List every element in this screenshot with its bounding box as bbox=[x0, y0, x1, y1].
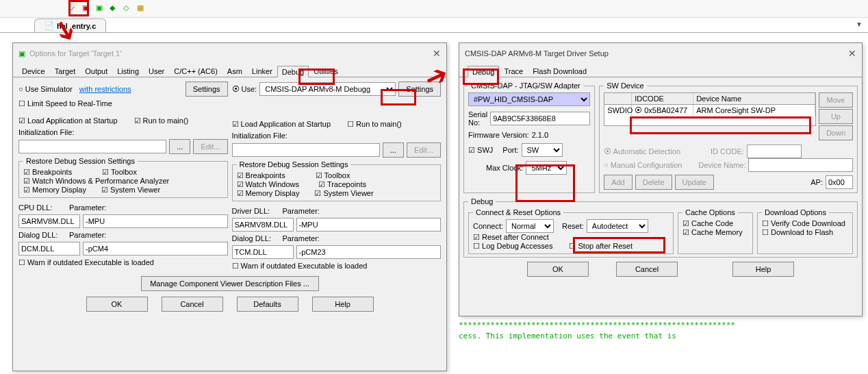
stop-after-check[interactable]: Stop after Reset bbox=[569, 242, 633, 251]
devname-value: ARM CoreSight SW-DP bbox=[693, 105, 815, 116]
memory-check-l[interactable]: Memory Display bbox=[23, 186, 86, 195]
tab-linker[interactable]: Linker bbox=[247, 65, 277, 77]
verify-check[interactable]: Verify Code Download bbox=[762, 219, 845, 227]
tab-device[interactable]: Device bbox=[17, 65, 50, 77]
use-simulator-radio[interactable]: Use Simulator bbox=[18, 85, 73, 93]
dlflash-check[interactable]: Download to Flash bbox=[762, 228, 833, 236]
load-app-check-r[interactable]: Load Application at Startup bbox=[232, 120, 331, 129]
diamond-icon[interactable]: ◆ bbox=[110, 3, 120, 14]
cpu-dll-input[interactable] bbox=[18, 214, 80, 228]
tab-asm[interactable]: Asm bbox=[222, 65, 247, 77]
init-file-input-r[interactable] bbox=[232, 143, 380, 157]
cache-mem-check[interactable]: Cache Memory bbox=[682, 228, 743, 236]
param-label-r1: Parameter: bbox=[283, 207, 320, 215]
reset-select[interactable]: Autodetect bbox=[587, 219, 648, 233]
dialog-dll-label-l: Dialog DLL: bbox=[18, 231, 66, 239]
diamond2-icon[interactable]: ◇ bbox=[123, 3, 134, 14]
tab-output[interactable]: Output bbox=[80, 65, 112, 77]
cancel-button2[interactable]: Cancel bbox=[616, 262, 678, 277]
init-file-label-l: Initialization File: bbox=[18, 128, 228, 136]
dl-icon[interactable]: ▣ bbox=[96, 3, 107, 14]
reset-after-check[interactable]: Reset after Connect bbox=[473, 233, 549, 242]
use-radio[interactable]: Use: bbox=[232, 85, 257, 93]
clock-select[interactable]: 5MHz bbox=[526, 161, 567, 175]
connect-label: Connect: bbox=[473, 222, 503, 230]
sysview-check-r[interactable]: System Viewer bbox=[314, 189, 373, 198]
watch-check-r[interactable]: Watch Windows bbox=[237, 180, 300, 189]
debugger-select[interactable]: CMSIS-DAP ARMv8-M Debugg bbox=[259, 82, 396, 96]
toolbox-check-l[interactable]: Toolbox bbox=[102, 168, 137, 177]
ok-button[interactable]: OK bbox=[86, 297, 148, 312]
watch-perf-check[interactable]: Watch Windows & Performance Analyzer bbox=[23, 177, 169, 186]
toolbox-check-r[interactable]: Toolbox bbox=[316, 171, 350, 180]
run-main-check-r[interactable]: Run to main() bbox=[347, 120, 402, 129]
limit-speed-check[interactable]: Limit Speed to Real-Time bbox=[18, 99, 112, 108]
delete-button: Delete bbox=[635, 175, 672, 190]
driver-tabstrip: Debug Trace Flash Download bbox=[459, 64, 862, 77]
close-icon[interactable]: ✕ bbox=[848, 48, 856, 59]
serial-label: Serial No: bbox=[468, 110, 487, 127]
param-label-l2: Parameter: bbox=[69, 231, 106, 239]
device-row-radio[interactable] bbox=[635, 106, 644, 114]
tab-overflow-icon[interactable]: ▼ bbox=[856, 21, 863, 28]
main-toolbar: 🪄 ▣ ▣ ◆ ◇ ▦ bbox=[0, 0, 868, 18]
manage-button[interactable]: Manage Component Viewer Description File… bbox=[141, 276, 319, 291]
help-button2[interactable]: Help bbox=[732, 262, 794, 277]
cancel-button[interactable]: Cancel bbox=[162, 297, 223, 312]
drv-param-input[interactable] bbox=[296, 218, 442, 232]
breakpoints-check-l[interactable]: Breakpoints bbox=[23, 168, 72, 177]
build-icon[interactable]: ▣ bbox=[82, 3, 93, 14]
init-file-label-r: Initialization File: bbox=[232, 132, 442, 140]
cpu-param-input[interactable] bbox=[83, 214, 228, 228]
browse-button-l[interactable]: ... bbox=[169, 139, 190, 154]
debug-legend: Debug bbox=[468, 197, 496, 205]
sysview-check-l[interactable]: System Viewer bbox=[101, 186, 160, 195]
tab-listing[interactable]: Listing bbox=[112, 65, 144, 77]
log-debug-check[interactable]: Log Debug Accesses bbox=[473, 242, 552, 251]
tab-debug2[interactable]: Debug bbox=[468, 66, 499, 77]
cache-code-check[interactable]: Cache Code bbox=[682, 219, 733, 227]
tab-utilities[interactable]: Utilities bbox=[309, 65, 342, 77]
adapter-select[interactable]: #PW_HID_CMSIS-DAP bbox=[468, 92, 590, 106]
tab-cpp[interactable]: C/C++ (AC6) bbox=[169, 65, 222, 77]
trace-check-r[interactable]: Tracepoints bbox=[318, 180, 366, 189]
dlg-param-input-r[interactable] bbox=[296, 245, 442, 259]
breakpoints-check-r[interactable]: Breakpoints bbox=[237, 171, 285, 180]
port-select[interactable]: SW bbox=[522, 143, 563, 157]
update-button: Update bbox=[675, 175, 714, 190]
restrictions-link[interactable]: with restrictions bbox=[79, 85, 131, 93]
swj-check[interactable]: SWJ bbox=[468, 146, 493, 155]
drv-dll-input[interactable] bbox=[232, 218, 294, 232]
edit-button-l: Edit... bbox=[193, 139, 227, 154]
dlg-dll-input-l[interactable] bbox=[18, 242, 80, 255]
run-main-check-l[interactable]: Run to main() bbox=[134, 116, 189, 125]
tab-target[interactable]: Target bbox=[50, 65, 81, 77]
idcode-input bbox=[747, 145, 802, 158]
warn-check-l[interactable]: Warn if outdated Executable is loaded bbox=[18, 258, 154, 267]
driver-dll-label: Driver DLL: bbox=[232, 207, 280, 215]
dlg-dll-input-r[interactable] bbox=[232, 245, 294, 259]
warn-check-r[interactable]: Warn if outdated Executable is loaded bbox=[232, 262, 368, 271]
port-label: Port: bbox=[502, 146, 518, 154]
defaults-button[interactable]: Defaults bbox=[237, 297, 298, 312]
init-file-input-l[interactable] bbox=[18, 140, 166, 153]
manual-cfg-radio[interactable]: Manual Configuration bbox=[604, 161, 682, 169]
sim-settings-button[interactable]: Settings bbox=[186, 82, 228, 97]
serial-input[interactable] bbox=[490, 112, 590, 125]
memory-check-r[interactable]: Memory Display bbox=[237, 189, 300, 198]
tab-debug[interactable]: Debug bbox=[277, 66, 309, 77]
dlg-param-input-l[interactable] bbox=[83, 242, 228, 255]
connect-select[interactable]: Normal bbox=[506, 219, 554, 233]
dialog-dll-label-r: Dialog DLL: bbox=[232, 234, 280, 242]
browse-button-r[interactable]: ... bbox=[383, 142, 404, 158]
ok-button2[interactable]: OK bbox=[527, 262, 589, 277]
ap-input[interactable] bbox=[826, 175, 853, 189]
auto-detect-radio[interactable]: Automatic Detection bbox=[604, 147, 680, 155]
tab-trace[interactable]: Trace bbox=[499, 65, 528, 77]
tab-flash[interactable]: Flash Download bbox=[528, 65, 591, 77]
box-icon[interactable]: ▦ bbox=[137, 3, 148, 14]
help-button[interactable]: Help bbox=[312, 297, 374, 312]
tab-user[interactable]: User bbox=[144, 65, 169, 77]
load-app-check-l[interactable]: Load Application at Startup bbox=[18, 116, 118, 125]
restore-legend-l: Restore Debug Session Settings bbox=[23, 157, 138, 165]
